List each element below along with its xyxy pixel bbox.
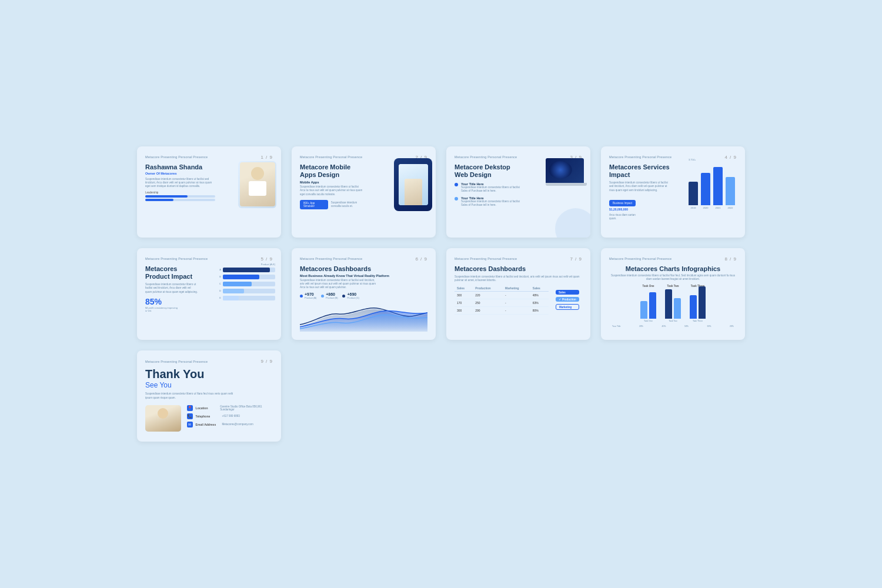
slide-7-dashboards2: Metacore Presenting Personal Presence 7 … <box>446 248 590 340</box>
column-chart: Task One Task One Task Two <box>609 285 737 322</box>
bar-label-1: 2019 <box>691 206 696 209</box>
card-header-6: Metacore Presenting Personal Presence 6 … <box>300 256 427 262</box>
slide7-header-nav: 7 / 9 <box>570 256 582 262</box>
slide4-desc: Suspendisse interdum consectetur libero … <box>609 181 670 192</box>
laptop-mockup <box>546 158 587 191</box>
hbar-label-5: E <box>211 296 221 299</box>
data-table: Sales Production Marketing Sales 300 220… <box>455 285 549 315</box>
x-label-6: 20% <box>730 325 734 328</box>
hbar-label-3: C <box>211 282 221 285</box>
slide6-header-label: Metacore Presenting Personal Presence <box>300 257 362 260</box>
stat-3: +690 Product (C) <box>342 292 359 299</box>
x-label-1: Your Title <box>612 325 620 328</box>
stat-2: +860 Product (B) <box>321 292 338 299</box>
phone-person-figure <box>405 179 422 205</box>
slide2-desc: Suspendisse interdum consectetur libero … <box>300 185 365 196</box>
x-label-5: 30% <box>707 325 711 328</box>
col-label-3: Task Three <box>693 320 703 322</box>
slide-6-dashboards1: Metacore Presenting Personal Presence 6 … <box>292 248 436 340</box>
slide9-desc: Suspendisse interdum consectetur libero … <box>145 392 233 400</box>
col-label-1: Task One <box>644 320 653 322</box>
stat-label-3: Product (C) <box>347 296 359 299</box>
td-1-2: 220 <box>473 292 503 299</box>
hbar-label-2: B <box>211 275 221 278</box>
see-you: See You <box>145 381 273 389</box>
slide7-title: Metacores Dashboards <box>455 265 582 272</box>
avatar-person <box>240 162 275 206</box>
contact-person-figure <box>145 405 181 432</box>
person-desc: Suspendisse interdum consectetur libero … <box>145 178 215 189</box>
stat-label-1: Product (A) <box>305 296 316 299</box>
contact-info: 📍 Location Goentre Studio Office Bota 85… <box>187 405 273 430</box>
laptop-base <box>546 183 587 186</box>
table-row: 300 220 - 48% <box>455 292 549 299</box>
bar-chart: 2019 2020 2021 2022 <box>689 162 741 209</box>
slide-9-thankyou: Metacore Presenting Personal Presence 9 … <box>137 350 281 442</box>
hbar-label-1: A <box>211 268 221 271</box>
horizontal-bars: Product (A-E) A B C D <box>211 263 275 303</box>
slide2-btn[interactable]: 800+ App Simulator <box>300 200 328 209</box>
slide-1-profile: Metacore Presenting Personal Presence 1 … <box>137 146 281 238</box>
slide2-header-label: Metacore Presenting Personal Presence <box>300 155 362 159</box>
bar-4: 2022 <box>726 177 735 209</box>
x-axis-labels: Your Title 20% 40% 50% 30% 20% <box>609 325 737 328</box>
col-bars-1 <box>640 289 656 319</box>
bar-fill-3 <box>713 167 723 205</box>
contact-value-email: Metacores@company.com <box>222 423 253 426</box>
hbar-bg-2 <box>223 275 275 279</box>
hbar-3: C <box>211 282 275 286</box>
bar-label-4: 2022 <box>728 206 733 209</box>
col-group-1: Task One Task One <box>640 285 656 322</box>
slide6-title: Metacores Dashboards <box>300 265 427 272</box>
avatar-image <box>238 161 276 208</box>
phone-mockup <box>394 158 432 211</box>
hbar-1: A <box>211 268 275 272</box>
location-icon: 📍 <box>187 405 193 411</box>
th-sales2: Sales <box>530 285 549 292</box>
slide4-title: Metacores Services Impact <box>609 163 670 179</box>
stat-val-1: +970 <box>305 292 316 296</box>
slide-4-services: Metacore Presenting Personal Presence 4 … <box>601 146 745 238</box>
contact-value-location: Goentre Studio Office Bota 856,961 Sunda… <box>220 405 273 411</box>
progress-bar-fill2 <box>145 199 173 201</box>
bar-label-3: 2021 <box>716 206 721 209</box>
email-icon: ✉ <box>187 422 193 427</box>
person-name: Rashawna Shanda <box>145 163 215 171</box>
col-label-2: Task Two <box>669 320 677 322</box>
dot-blue-1 <box>455 183 458 186</box>
td-3-4: 80% <box>530 307 549 315</box>
phone-screen-inner <box>399 164 428 205</box>
badge-production-label: Production <box>562 298 576 301</box>
bar-value-top: 3,754+ <box>689 158 741 161</box>
slide8-desc: Suspendisse interdum consectetur libero … <box>609 274 737 282</box>
slide-3-web: Metacore Presenting Personal Presence 3 … <box>446 146 590 238</box>
col-bars-3 <box>690 289 706 319</box>
slide4-btn[interactable]: Business Impact <box>609 200 636 206</box>
stat-label-2: Product (B) <box>326 296 338 299</box>
slide3-item1: Your Title Here Suspendisse interdum con… <box>455 182 524 193</box>
table-row: 170 250 - 63% <box>455 299 549 307</box>
laptop-screen-glow <box>549 161 572 179</box>
slide9-header-label: Metacore Presenting Personal Presence <box>145 360 208 363</box>
badge-column: Sales ✓ Production Marketing <box>556 285 579 315</box>
contact-phone: 📞 Telephone +617 999 6893 <box>187 413 273 419</box>
td-3-2: 290 <box>473 307 503 315</box>
circle-bg <box>555 208 590 238</box>
bar-2: 2020 <box>701 173 710 209</box>
hbar-bg-1 <box>223 268 275 272</box>
badge-marketing: Marketing <box>556 304 579 310</box>
slide4-header-label: Metacore Presenting Personal Presence <box>609 155 671 159</box>
stat-dot-2 <box>321 295 324 298</box>
slide3-title: Metacore Dekstop Web Design <box>455 163 524 179</box>
hbar-fill-2 <box>223 275 259 279</box>
col-bars-2 <box>665 289 681 319</box>
contact-email: ✉ Email Address Metacores@company.com <box>187 422 273 427</box>
bar-fill-4 <box>726 177 735 205</box>
slide7-desc: Suspendisse interdum consectetur libero … <box>455 275 582 283</box>
progress-bar-bg1 <box>145 195 215 198</box>
col-bar-1b <box>649 292 656 319</box>
td-3-3: - <box>503 307 530 315</box>
hbar-fill-3 <box>223 282 252 286</box>
td-1-1: 300 <box>455 292 473 299</box>
hbar-label-4: D <box>211 289 221 292</box>
